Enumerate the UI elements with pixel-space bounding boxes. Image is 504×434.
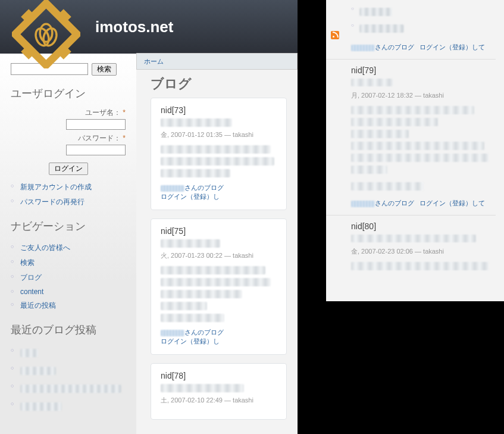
blog-node: nid[78] 土, 2007-02-10 22:49 — takashi — [151, 363, 287, 420]
recent-block-title: 最近のブログ投稿 — [11, 323, 126, 337]
node-title[interactable]: nid[78] — [161, 371, 277, 380]
user-blog-link[interactable]: さんのブログ — [375, 43, 414, 52]
nav-item-content[interactable]: content — [11, 285, 126, 298]
nav-item-recent[interactable]: 最近の投稿 — [11, 298, 126, 313]
redacted-text — [161, 157, 274, 166]
link-create-account[interactable]: 新規アカウントの作成 — [11, 180, 126, 195]
svg-rect-0 — [15, 3, 77, 65]
user-blog-link[interactable]: さんのブログ — [375, 199, 414, 208]
rss-icon[interactable] — [331, 31, 339, 39]
node-meta: 金, 2007-01-12 01:35 — takashi — [161, 130, 277, 139]
author-redacted — [161, 330, 184, 336]
login-to-comment-link[interactable]: ログイン（登録）し — [161, 192, 220, 201]
node-meta: 火, 2007-01-23 00:22 — takashi — [161, 251, 277, 260]
node-title[interactable]: nid[80] — [351, 221, 496, 231]
divider — [326, 215, 496, 216]
search-button[interactable]: 検索 — [92, 63, 117, 76]
redacted-text — [351, 118, 438, 126]
username-field[interactable] — [66, 119, 126, 130]
redacted-text — [161, 266, 265, 274]
node-subtitle-redacted — [161, 384, 244, 392]
username-label: ユーザ名： * — [85, 108, 126, 117]
recent-item[interactable] — [11, 344, 126, 362]
node-title[interactable]: nid[73] — [161, 105, 277, 115]
page-title: ブログ — [151, 75, 287, 93]
redacted-text — [351, 130, 409, 138]
node-meta: 金, 2007-02-23 02:06 — takashi — [351, 247, 496, 256]
recent-item[interactable] — [11, 398, 126, 416]
node-title[interactable]: nid[79] — [351, 65, 496, 75]
redacted-text — [161, 145, 271, 154]
redacted-text — [161, 278, 271, 286]
login-to-comment-link[interactable]: ログイン（登録）して — [420, 43, 485, 52]
nav-item-search[interactable]: 検索 — [11, 255, 126, 270]
node-subtitle-redacted — [161, 118, 232, 127]
link-password-reset[interactable]: パスワードの再発行 — [11, 195, 126, 210]
nav-item-blog[interactable]: ブログ — [11, 270, 126, 285]
sidebar: 検索 ユーザログイン ユーザ名： * パスワード： * ログイン 新規アカウント… — [0, 54, 136, 434]
node-title[interactable]: nid[75] — [161, 226, 277, 236]
redacted-text — [161, 302, 207, 310]
recent-item[interactable] — [11, 380, 126, 398]
password-field[interactable] — [66, 145, 126, 155]
nav-item-friends[interactable]: ご友人の皆様へ — [11, 241, 126, 255]
author-redacted — [351, 201, 375, 207]
blog-node: nid[79] 月, 2007-02-12 18:32 — takashi さん… — [351, 65, 496, 208]
login-block-title: ユーザログイン — [11, 86, 126, 101]
blog-node: nid[80] 金, 2007-02-23 02:06 — takashi — [351, 221, 496, 270]
redacted-text — [351, 262, 489, 270]
node-meta: 月, 2007-02-12 18:32 — takashi — [351, 91, 496, 100]
site-logo[interactable] — [12, 0, 80, 68]
redacted-text — [351, 182, 424, 191]
breadcrumb[interactable]: ホーム — [136, 53, 298, 70]
blog-node: nid[75] 火, 2007-01-23 00:22 — takashi さん… — [151, 218, 287, 355]
login-to-comment-link[interactable]: ログイン（登録）して — [420, 199, 485, 208]
user-blog-link[interactable]: さんのブログ — [184, 328, 224, 337]
redacted-text — [161, 314, 224, 322]
author-redacted — [351, 45, 375, 51]
blog-node: nid[73] 金, 2007-01-12 01:35 — takashi さん… — [151, 98, 287, 210]
redacted-text — [351, 166, 387, 174]
right-pane: さんのブログ ログイン（登録）して nid[79] 月, 2007-02-12 … — [298, 0, 504, 434]
main-content: ブログ nid[73] 金, 2007-01-12 01:35 — takash… — [136, 54, 298, 434]
redacted-text — [351, 106, 474, 114]
node-subtitle-redacted — [351, 235, 476, 242]
redacted-text — [351, 154, 489, 162]
list-item[interactable] — [351, 20, 496, 37]
node-subtitle-redacted — [351, 79, 393, 86]
author-redacted — [161, 185, 184, 192]
node-meta: 土, 2007-02-10 22:49 — takashi — [161, 396, 277, 405]
node-subtitle-redacted — [161, 239, 220, 248]
user-blog-link[interactable]: さんのブログ — [184, 183, 224, 192]
redacted-text — [351, 142, 484, 150]
redacted-text — [161, 169, 230, 177]
site-header: imotos.net — [0, 0, 298, 54]
list-item[interactable] — [351, 4, 496, 20]
site-title[interactable]: imotos.net — [95, 18, 173, 36]
recent-item[interactable] — [11, 362, 126, 380]
nav-block-title: ナビゲーション — [11, 219, 126, 233]
password-label: パスワード： * — [78, 134, 126, 142]
login-button[interactable]: ログイン — [49, 163, 88, 175]
divider — [326, 59, 496, 60]
redacted-text — [161, 290, 242, 298]
login-to-comment-link[interactable]: ログイン（登録）し — [161, 337, 220, 346]
